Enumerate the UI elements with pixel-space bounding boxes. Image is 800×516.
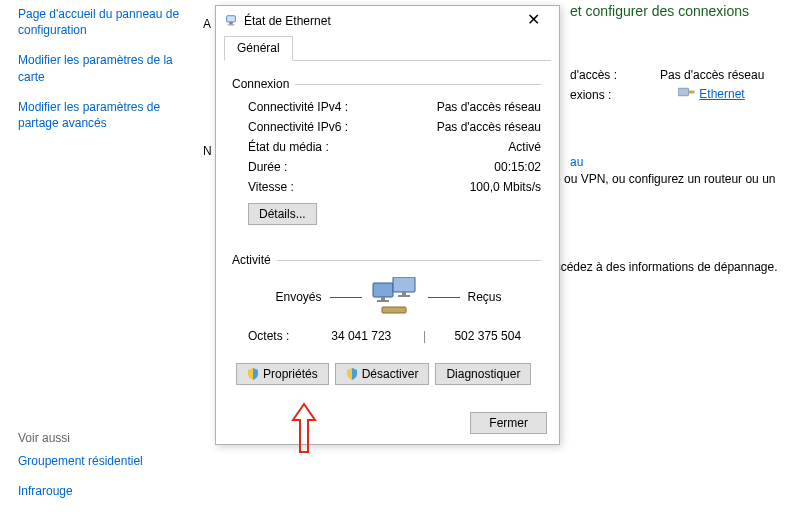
- row-bytes: Octets : 34 041 723 | 502 375 504: [236, 323, 541, 343]
- details-button[interactable]: Détails...: [248, 203, 317, 225]
- network-adapter-icon: [224, 14, 238, 28]
- tab-strip: Général: [224, 36, 551, 61]
- media-state-value: Activé: [421, 140, 541, 154]
- separator: |: [415, 329, 435, 343]
- group-activity-label: Activité: [232, 253, 271, 267]
- action-button-row: Propriétés Désactiver Diagnostiquer: [236, 363, 541, 385]
- ipv4-value: Pas d'accès réseau: [421, 100, 541, 114]
- tab-general[interactable]: Général: [224, 36, 293, 61]
- svg-rect-0: [678, 88, 689, 96]
- group-connection-label: Connexion: [232, 77, 289, 91]
- text-fragment: au: [570, 155, 583, 169]
- activity-diagram: Envoyés Reçus: [236, 277, 541, 317]
- svg-rect-2: [227, 16, 236, 22]
- shield-icon: [346, 368, 358, 380]
- dialog-titlebar: État de Ethernet ✕: [216, 6, 559, 36]
- bytes-received-value: 502 375 504: [435, 329, 542, 343]
- dialog-title: État de Ethernet: [244, 14, 513, 28]
- disable-button[interactable]: Désactiver: [335, 363, 430, 385]
- dialog-footer: Fermer: [470, 412, 547, 434]
- svg-rect-5: [373, 283, 393, 297]
- connection-row: Ethernet: [678, 86, 745, 101]
- ethernet-icon: [678, 87, 699, 101]
- row-media: État du média : Activé: [236, 137, 541, 157]
- divider: [428, 297, 460, 298]
- svg-rect-1: [689, 91, 695, 94]
- ipv6-label: Connectivité IPv6 :: [248, 120, 421, 134]
- received-label: Reçus: [468, 290, 502, 304]
- access-type-value: Pas d'accès réseau: [660, 68, 764, 82]
- info-text-2: accédez à des informations de dépannage.: [548, 260, 778, 274]
- svg-rect-7: [377, 300, 389, 302]
- sidebar-link-adapter-settings[interactable]: Modifier les paramètres de la carte: [18, 52, 198, 84]
- row-ipv4: Connectivité IPv4 : Pas d'accès réseau: [236, 97, 541, 117]
- sidebar-link-sharing-settings[interactable]: Modifier les paramètres de partage avanc…: [18, 99, 198, 131]
- dialog-body: Connexion Connectivité IPv4 : Pas d'accè…: [216, 61, 559, 393]
- media-state-label: État du média :: [248, 140, 421, 154]
- sidebar: Page d'accueil du panneau de configurati…: [18, 0, 198, 516]
- divider: [277, 260, 541, 261]
- ethernet-link[interactable]: Ethernet: [699, 87, 744, 101]
- text-fragment: A: [203, 17, 211, 31]
- svg-rect-11: [382, 307, 406, 313]
- divider: [330, 297, 362, 298]
- disable-button-label: Désactiver: [362, 367, 419, 381]
- group-connection: Connexion: [232, 77, 541, 91]
- ethernet-status-dialog: État de Ethernet ✕ Général Connexion Con…: [215, 5, 560, 445]
- info-text-1: ce ou VPN, ou configurez un routeur ou u…: [548, 172, 775, 186]
- ipv6-value: Pas d'accès réseau: [421, 120, 541, 134]
- group-activity: Activité: [232, 253, 541, 267]
- sidebar-link-home[interactable]: Page d'accueil du panneau de configurati…: [18, 6, 198, 38]
- duration-value: 00:15:02: [421, 160, 541, 174]
- connections-label: exions :: [570, 88, 611, 102]
- row-speed: Vitesse : 100,0 Mbits/s: [236, 177, 541, 197]
- shield-icon: [247, 368, 259, 380]
- close-button[interactable]: Fermer: [470, 412, 547, 434]
- close-icon[interactable]: ✕: [513, 8, 553, 34]
- bytes-sent-value: 34 041 723: [308, 329, 415, 343]
- properties-button-label: Propriétés: [263, 367, 318, 381]
- computers-icon: [370, 277, 420, 317]
- svg-rect-9: [402, 292, 406, 295]
- svg-rect-4: [228, 25, 235, 26]
- divider: [295, 84, 541, 85]
- page-title-partial: et configurer des connexions: [570, 3, 749, 19]
- speed-label: Vitesse :: [248, 180, 421, 194]
- text-fragment: N: [203, 144, 212, 158]
- see-also-label: Voir aussi: [18, 431, 198, 445]
- svg-rect-8: [393, 277, 415, 292]
- row-duration: Durée : 00:15:02: [236, 157, 541, 177]
- sidebar-link-homegroup[interactable]: Groupement résidentiel: [18, 453, 198, 469]
- speed-value: 100,0 Mbits/s: [421, 180, 541, 194]
- bytes-label: Octets :: [248, 329, 308, 343]
- svg-rect-10: [398, 295, 410, 297]
- properties-button[interactable]: Propriétés: [236, 363, 329, 385]
- access-type-label: d'accès :: [570, 68, 617, 82]
- sent-label: Envoyés: [275, 290, 321, 304]
- duration-label: Durée :: [248, 160, 421, 174]
- svg-rect-3: [229, 22, 233, 25]
- ipv4-label: Connectivité IPv4 :: [248, 100, 421, 114]
- svg-rect-6: [381, 297, 385, 300]
- diagnose-button[interactable]: Diagnostiquer: [435, 363, 531, 385]
- row-ipv6: Connectivité IPv6 : Pas d'accès réseau: [236, 117, 541, 137]
- sidebar-link-infrared[interactable]: Infrarouge: [18, 483, 198, 499]
